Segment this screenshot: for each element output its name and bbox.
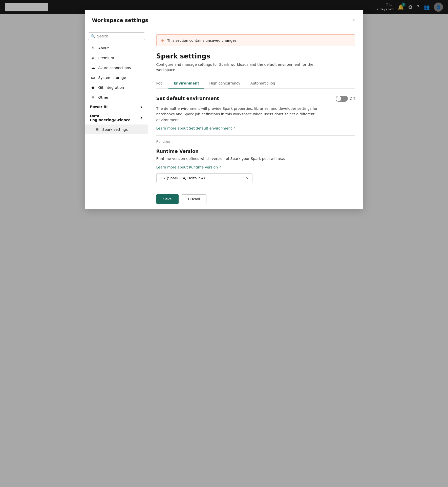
- toggle-state-label: Off: [350, 97, 355, 101]
- tabs-bar: Pool Environment High concurrency Automa…: [156, 79, 355, 89]
- discard-button[interactable]: Discard: [182, 194, 206, 204]
- runtime-version-description: Runtime version defines which version of…: [156, 156, 328, 161]
- sidebar-item-label: Git integration: [98, 86, 124, 90]
- external-link-icon-runtime: ↗: [219, 165, 221, 169]
- modal-footer: Save Discard: [148, 189, 363, 209]
- set-default-env-section: Set default environment Off: [156, 96, 355, 102]
- sidebar-item-premium[interactable]: ◈ Premium: [85, 53, 148, 63]
- workspace-settings-modal: Workspace settings × 🔍 ℹ About ◈: [85, 10, 363, 209]
- modal-header: Workspace settings ×: [85, 10, 363, 28]
- dropdown-selected-value: 1.2 (Spark 3.4, Delta 2.4): [160, 176, 205, 180]
- set-default-env-learn-more[interactable]: Learn more about Set default environment…: [156, 126, 236, 130]
- main-content: ⚠ This section contains unsaved changes.…: [148, 28, 363, 209]
- page-description: Configure and manage settings for Spark …: [156, 62, 328, 73]
- premium-icon: ◈: [91, 55, 95, 60]
- sidebar-section-data-engineering[interactable]: Data Engineering/Science ∧: [85, 111, 148, 124]
- chevron-up-icon: ∧: [140, 116, 143, 120]
- sidebar-item-label: Azure connections: [98, 66, 131, 70]
- external-link-icon: ↗: [233, 126, 236, 130]
- sidebar-item-spark-settings[interactable]: ⊟ Spark settings: [85, 124, 148, 134]
- modal-title: Workspace settings: [92, 17, 148, 23]
- content-area: ⚠ This section contains unsaved changes.…: [148, 28, 363, 189]
- dropdown-chevron-icon: ∨: [246, 176, 248, 180]
- azure-icon: ☁: [91, 65, 95, 70]
- sidebar-item-azure-connections[interactable]: ☁ Azure connections: [85, 63, 148, 73]
- tab-automatic-log[interactable]: Automatic log: [245, 79, 280, 89]
- tab-pool[interactable]: Pool: [156, 79, 169, 89]
- modal-body: 🔍 ℹ About ◈ Premium ☁ Azure connections: [85, 28, 363, 209]
- runtime-version-learn-more[interactable]: Learn more about Runtime Version ↗: [156, 165, 222, 169]
- toggle-area: Off: [336, 96, 355, 102]
- warning-banner: ⚠ This section contains unsaved changes.: [156, 34, 355, 46]
- other-icon: ≡: [91, 95, 95, 100]
- sidebar-item-other[interactable]: ≡ Other: [85, 92, 148, 102]
- tab-high-concurrency[interactable]: High concurrency: [204, 79, 245, 89]
- page-title: Spark settings: [156, 52, 355, 60]
- sidebar-item-about[interactable]: ℹ About: [85, 43, 148, 53]
- sidebar-item-label: System storage: [98, 76, 126, 80]
- system-storage-icon: ▭: [91, 75, 95, 80]
- sidebar-item-label: About: [98, 46, 109, 50]
- sidebar-section-power-bi[interactable]: Power BI ∨: [85, 102, 148, 111]
- tab-environment[interactable]: Environment: [168, 79, 204, 89]
- runtime-version-title: Runtime Version: [156, 149, 355, 154]
- runtime-version-dropdown[interactable]: 1.2 (Spark 3.4, Delta 2.4) ∨: [156, 173, 252, 183]
- sidebar-item-label: Premium: [98, 56, 114, 60]
- modal-overlay: Workspace settings × 🔍 ℹ About ◈: [0, 0, 448, 487]
- spark-settings-icon: ⊟: [95, 127, 99, 132]
- sidebar-item-system-storage[interactable]: ▭ System storage: [85, 73, 148, 82]
- warning-icon: ⚠: [161, 38, 165, 43]
- about-icon: ℹ: [91, 46, 95, 50]
- modal-close-button[interactable]: ×: [351, 16, 356, 24]
- section-label: Data Engineering/Science: [90, 114, 140, 122]
- sidebar-item-label: Spark settings: [102, 128, 128, 132]
- search-icon: 🔍: [91, 34, 95, 38]
- set-default-env-title: Set default environment: [156, 96, 331, 101]
- sidebar-item-git-integration[interactable]: ◆ Git integration: [85, 82, 148, 92]
- chevron-down-icon: ∨: [140, 105, 143, 109]
- search-input[interactable]: [97, 34, 142, 38]
- toggle-knob: [336, 96, 341, 101]
- runtime-divider: Runtime: [156, 135, 355, 143]
- warning-text: This section contains unsaved changes.: [167, 38, 238, 43]
- save-button[interactable]: Save: [156, 194, 179, 204]
- sidebar-item-label: Other: [98, 95, 109, 99]
- set-default-env-toggle[interactable]: [336, 96, 348, 102]
- search-box[interactable]: 🔍: [88, 32, 145, 40]
- sidebar: 🔍 ℹ About ◈ Premium ☁ Azure connections: [85, 28, 148, 209]
- set-default-env-description: The default environment will provide Spa…: [156, 106, 328, 123]
- section-label: Power BI: [90, 105, 108, 109]
- git-icon: ◆: [91, 85, 95, 90]
